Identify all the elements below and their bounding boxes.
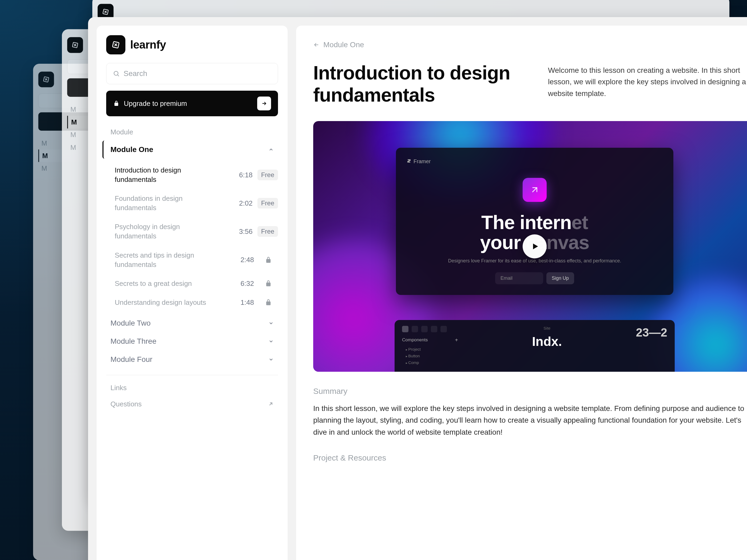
premium-label: Upgrade to premium (124, 100, 187, 108)
lesson-title: Foundations in design fundamentals (115, 194, 211, 213)
framer-tag: Framer (407, 158, 663, 164)
lesson-intro: Welcome to this lesson on creating a web… (548, 62, 747, 106)
lesson-duration: 6:32 (240, 279, 254, 288)
video-preview[interactable]: Framer The internet your canvas Designer… (313, 121, 747, 372)
lesson-title: Psychology in design fundamentals (115, 222, 211, 241)
lesson-list: Introduction to design fundamentals 6:18… (106, 159, 278, 314)
play-icon (531, 242, 539, 251)
resources-heading: Project & Resources (313, 453, 747, 462)
module-four-header[interactable]: Module Four (106, 350, 278, 369)
lesson-duration: 2:02 (239, 199, 253, 208)
toolbar-tree-item: Project (402, 346, 458, 352)
video-signup-button: Sign Up (546, 272, 574, 284)
app-window: learnfy Upgrade to premium Module (88, 17, 747, 560)
lesson-item[interactable]: Foundations in design fundamentals 2:02 … (106, 189, 278, 217)
lesson-duration: 3:56 (239, 228, 253, 236)
lesson-duration: 2:48 (240, 256, 254, 264)
breadcrumb-back[interactable]: Module One (313, 41, 747, 49)
video-toolbar-mockup: Components+ Project Button Comp Site Ind… (394, 320, 675, 372)
lock-icon (265, 299, 272, 306)
module-two-header[interactable]: Module Two (106, 314, 278, 332)
summary-text: In this short lesson, we will explore th… (313, 403, 747, 438)
chevron-down-icon (268, 357, 274, 362)
video-app-icon (523, 178, 547, 202)
chevron-up-icon (268, 147, 274, 152)
module-title: Module Three (110, 337, 156, 346)
chevron-down-icon (268, 321, 274, 326)
toolbar-icon (402, 326, 408, 332)
module-three-header[interactable]: Module Three (106, 332, 278, 350)
play-button[interactable] (523, 234, 547, 259)
link-label: Questions (110, 400, 141, 408)
brand-name: learnfy (130, 38, 166, 51)
chevron-down-icon (268, 339, 274, 344)
toolbar-date: 23—2 (636, 326, 667, 339)
links-section-label: Links (106, 381, 278, 394)
toolbar-tree-item: Button (402, 352, 458, 359)
video-subtitle: Designers love Framer for its ease of us… (407, 258, 663, 264)
questions-link[interactable]: Questions (106, 396, 278, 412)
toolbar-icon (440, 326, 447, 332)
toolbar-site-label: Site (469, 326, 625, 330)
upgrade-premium-button[interactable]: Upgrade to premium (106, 91, 278, 116)
lesson-title: Secrets and tips in design fundamentals (115, 251, 211, 269)
toolbar-indx: Indx. (469, 334, 625, 349)
lesson-title: Introduction to design fundamentals (313, 62, 526, 106)
framer-label: Framer (413, 158, 431, 164)
arrow-left-icon (313, 42, 319, 48)
lesson-item[interactable]: Secrets to a great design 6:32 (106, 274, 278, 293)
toolbar-icon (412, 326, 418, 332)
lock-icon (113, 100, 120, 107)
summary-heading: Summary (313, 387, 747, 396)
lesson-duration: 1:48 (240, 298, 254, 306)
components-section: Components+ (402, 337, 458, 343)
free-badge: Free (257, 198, 278, 209)
lesson-header: Introduction to design fundamentals Welc… (313, 62, 747, 106)
module-one-header[interactable]: Module One (102, 140, 278, 159)
lock-icon (265, 280, 272, 287)
logo-icon (106, 35, 125, 54)
lesson-title: Introduction to design fundamentals (115, 166, 211, 184)
premium-arrow-button[interactable] (257, 97, 271, 110)
lesson-item[interactable]: Secrets and tips in design fundamentals … (106, 246, 278, 274)
svg-point-4 (114, 71, 118, 75)
free-badge: Free (257, 169, 278, 180)
lesson-title: Understanding design layouts (115, 298, 206, 307)
toolbar-icon (421, 326, 428, 332)
video-mockup-window: Framer The internet your canvas Designer… (396, 148, 673, 295)
lesson-item[interactable]: Understanding design layouts 1:48 (106, 293, 278, 312)
arrow-right-icon (261, 101, 267, 106)
divider (106, 375, 278, 375)
lesson-item[interactable]: Psychology in design fundamentals 3:56 F… (106, 217, 278, 246)
lesson-duration: 6:18 (239, 171, 253, 179)
search-input[interactable] (124, 69, 271, 78)
lock-icon (265, 256, 272, 264)
search-box[interactable] (106, 63, 278, 84)
toolbar-tree-item: Comp (402, 359, 458, 366)
brand-logo[interactable]: learnfy (106, 35, 278, 54)
main-content: Module One Introduction to design fundam… (296, 26, 747, 560)
module-title: Module One (110, 145, 153, 154)
sidebar: learnfy Upgrade to premium Module (97, 26, 288, 560)
breadcrumb-label: Module One (323, 41, 364, 49)
lesson-item[interactable]: Introduction to design fundamentals 6:18… (106, 161, 278, 189)
external-link-icon (268, 401, 274, 407)
module-section-label: Module (106, 126, 278, 138)
toolbar-icon (431, 326, 437, 332)
module-title: Module Two (110, 319, 151, 327)
free-badge: Free (257, 226, 278, 237)
video-form: Email Sign Up (407, 272, 663, 284)
module-title: Module Four (110, 355, 152, 364)
search-icon (113, 70, 120, 77)
lesson-title: Secrets to a great design (115, 279, 192, 288)
video-email-field: Email (495, 272, 543, 284)
